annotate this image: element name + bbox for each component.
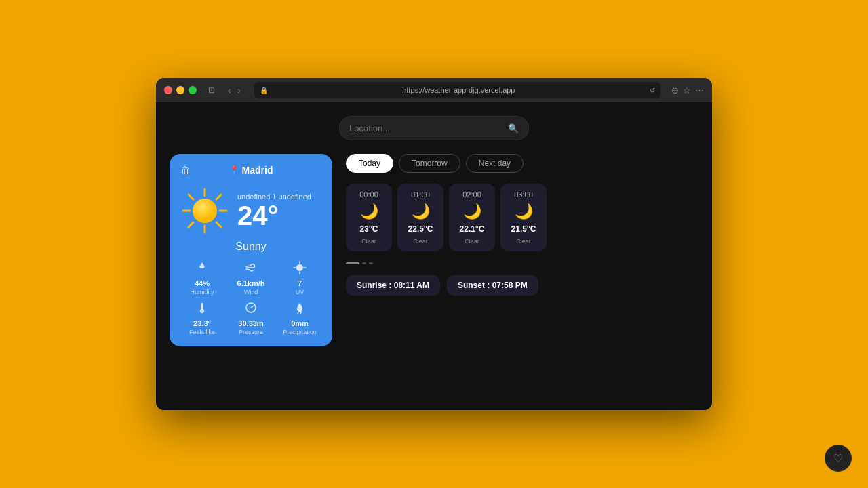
svg-line-6 <box>216 195 221 199</box>
tab-next-day[interactable]: Next day <box>466 154 524 173</box>
tab-icon: ⊡ <box>206 85 217 96</box>
pin-icon: 📍 <box>229 165 239 175</box>
sunrise-time: 08:11 AM <box>394 281 429 290</box>
wind-label: Wind <box>244 289 258 296</box>
hour-temp-3: 21.5°C <box>511 224 536 234</box>
stat-feels-like: 23.3° Feels like <box>180 301 224 336</box>
uv-label: UV <box>296 289 304 296</box>
browser-window: ⊡ ‹ › 🔒 https://weather-app-djg.vercel.a… <box>156 78 712 410</box>
hour-time-3: 03:00 <box>514 190 533 199</box>
hour-desc-1: Clear <box>413 238 428 245</box>
svg-line-17 <box>298 312 298 314</box>
wind-icon <box>244 261 258 278</box>
hour-card-0: 00:00 🌙 23°C Clear <box>346 184 392 251</box>
sunrise-label: Sunrise : <box>357 281 391 290</box>
svg-point-8 <box>193 199 217 223</box>
delete-icon[interactable]: 🗑 <box>180 165 190 176</box>
search-icon[interactable]: 🔍 <box>508 123 519 134</box>
precipitation-value: 0mm <box>291 319 309 327</box>
tab-bar: Today Tomorrow Next day <box>346 154 698 173</box>
close-button[interactable] <box>164 86 172 94</box>
stat-humidity: 44% Humidity <box>180 261 224 296</box>
weather-description: Sunny <box>180 241 321 253</box>
forward-button[interactable]: › <box>235 84 243 97</box>
hour-card-1: 01:00 🌙 22.5°C Clear <box>397 184 443 251</box>
hour-temp-0: 23°C <box>360 224 378 234</box>
location-search-bar[interactable]: 🔍 <box>339 116 529 140</box>
tab-tomorrow[interactable]: Tomorrow <box>399 154 460 173</box>
sunset-time: 07:58 PM <box>492 281 528 290</box>
sun-info: Sunrise : 08:11 AM Sunset : 07:58 PM <box>346 275 698 296</box>
hour-temp-1: 22.5°C <box>408 224 433 234</box>
more-icon[interactable]: ⋯ <box>695 85 704 96</box>
weather-main: undefined 1 undefined 24° <box>180 181 321 241</box>
hourly-forecast: 00:00 🌙 23°C Clear 01:00 🌙 22.5°C Clear … <box>346 184 698 251</box>
scroll-dot-active <box>346 262 359 264</box>
card-header: 🗑 📍 Madrid <box>180 165 321 176</box>
maximize-button[interactable] <box>189 86 197 94</box>
browser-chrome: ⊡ ‹ › 🔒 https://weather-app-djg.vercel.a… <box>156 78 712 102</box>
city-info: 📍 Madrid <box>229 165 273 176</box>
thermometer-icon <box>195 301 209 318</box>
stats-grid: 44% Humidity 6.1km/h Wind <box>180 261 321 336</box>
hour-card-2: 02:00 🌙 22.1°C Clear <box>449 184 495 251</box>
humidity-value: 44% <box>195 279 210 287</box>
wind-value: 6.1km/h <box>237 279 265 287</box>
scroll-dot-2 <box>369 262 373 264</box>
svg-line-7 <box>189 222 193 227</box>
hour-icon-0: 🌙 <box>360 203 378 220</box>
svg-point-9 <box>296 264 303 271</box>
extensions-icon[interactable]: ⊕ <box>671 85 679 96</box>
humidity-icon <box>195 261 209 278</box>
hour-time-0: 00:00 <box>359 190 378 199</box>
pressure-value: 30.33in <box>238 319 263 327</box>
location-search-input[interactable] <box>349 123 502 134</box>
stat-uv: 7 UV <box>278 261 321 296</box>
hour-icon-3: 🌙 <box>515 203 533 220</box>
tab-today[interactable]: Today <box>346 154 393 173</box>
feels-like-label: Feels like <box>189 329 215 336</box>
stat-precipitation: 0mm Precipitation <box>278 301 321 336</box>
nav-buttons: ‹ › <box>225 84 243 97</box>
stat-pressure: 30.33in Pressure <box>229 301 273 336</box>
browser-content: 🔍 🗑 📍 Madrid <box>156 102 712 410</box>
weather-subtitle: undefined 1 undefined <box>237 192 321 201</box>
lock-icon: 🔒 <box>260 87 268 94</box>
stat-wind: 6.1km/h Wind <box>229 261 273 296</box>
scroll-dot-1 <box>362 262 366 264</box>
svg-line-5 <box>216 222 221 227</box>
hour-time-1: 01:00 <box>411 190 430 199</box>
uv-icon <box>293 261 307 278</box>
hour-desc-2: Clear <box>465 238 479 245</box>
url-text: https://weather-app-djg.vercel.app <box>272 86 646 94</box>
refresh-icon[interactable]: ↺ <box>650 87 655 94</box>
hour-icon-1: 🌙 <box>412 203 430 220</box>
browser-actions: ⊕ ☆ ⋯ <box>671 85 704 96</box>
right-panel: Today Tomorrow Next day 00:00 🌙 23°C Cle… <box>346 154 698 296</box>
weather-card: 🗑 📍 Madrid <box>170 154 332 346</box>
temp-info: undefined 1 undefined 24° <box>237 192 321 229</box>
hour-desc-0: Clear <box>361 238 376 245</box>
svg-line-4 <box>189 195 193 199</box>
address-bar[interactable]: 🔒 https://weather-app-djg.vercel.app ↺ <box>254 82 660 98</box>
hour-time-2: 02:00 <box>462 190 481 199</box>
precipitation-label: Precipitation <box>283 329 317 336</box>
feels-like-value: 23.3° <box>193 319 211 327</box>
main-content: 🗑 📍 Madrid <box>170 154 698 346</box>
hour-desc-3: Clear <box>516 238 531 245</box>
city-name: Madrid <box>242 165 273 176</box>
humidity-label: Humidity <box>190 289 214 296</box>
back-button[interactable]: ‹ <box>225 84 233 97</box>
svg-rect-14 <box>201 303 203 310</box>
toolbar-icons: ⊡ <box>206 85 217 96</box>
pressure-icon <box>244 301 258 318</box>
sunset-card: Sunset : 07:58 PM <box>447 275 538 296</box>
bookmarks-icon[interactable]: ☆ <box>683 85 691 96</box>
minimize-button[interactable] <box>176 86 184 94</box>
temperature: 24° <box>237 202 321 229</box>
sunset-label: Sunset : <box>458 281 490 290</box>
pressure-label: Pressure <box>239 329 263 336</box>
precipitation-icon <box>293 301 307 318</box>
hour-icon-2: 🌙 <box>463 203 481 220</box>
svg-line-18 <box>300 312 301 314</box>
